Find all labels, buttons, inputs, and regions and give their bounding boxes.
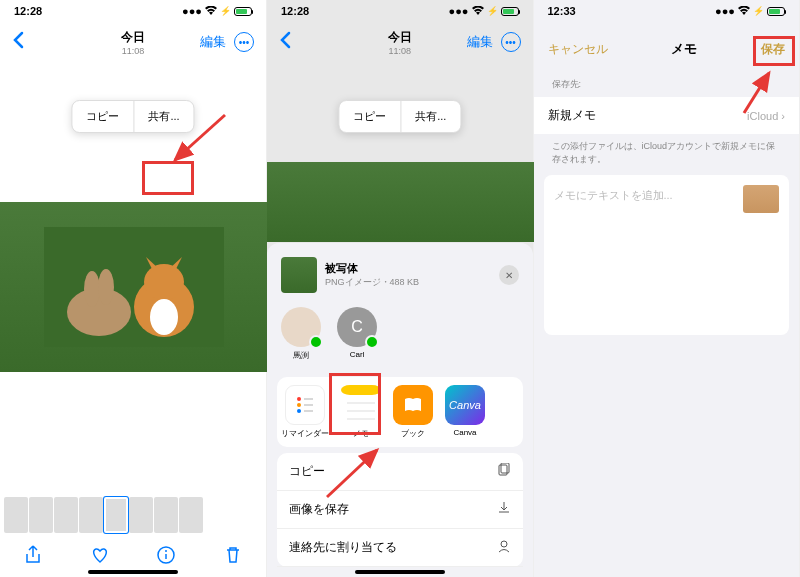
thumb[interactable] — [29, 497, 53, 533]
close-button[interactable]: ✕ — [499, 265, 519, 285]
heart-icon[interactable] — [90, 545, 110, 569]
status-time: 12:28 — [281, 5, 309, 17]
sheet-thumbnail — [281, 257, 317, 293]
battery-icon — [234, 7, 252, 16]
action-copy[interactable]: コピー — [277, 453, 523, 491]
nav-bar: 今日 11:08 編集 ••• — [0, 22, 266, 62]
thumbnail-strip[interactable] — [0, 497, 266, 533]
svg-point-9 — [297, 397, 301, 401]
signal-icon: ●●● — [182, 5, 202, 17]
svg-point-5 — [144, 264, 184, 300]
highlight-save — [753, 36, 795, 66]
dest-label: 新規メモ — [548, 107, 596, 124]
main-photo[interactable] — [0, 202, 267, 372]
more-button[interactable]: ••• — [234, 32, 254, 52]
thumb[interactable] — [54, 497, 78, 533]
svg-point-16 — [501, 541, 507, 547]
action-label: 画像を保存 — [289, 501, 349, 518]
thumb[interactable] — [154, 497, 178, 533]
svg-point-8 — [165, 550, 167, 552]
contact-name: 馬渕 — [281, 350, 321, 361]
thumb-selected[interactable] — [104, 497, 128, 533]
app-books[interactable]: ブック — [393, 385, 433, 439]
wifi-icon — [472, 5, 484, 17]
action-label: 連絡先に割り当てる — [289, 539, 397, 556]
sheet-title: 被写体 — [325, 261, 419, 276]
contact-icon — [497, 539, 511, 556]
app-reminders[interactable]: リマインダー — [281, 385, 329, 439]
memo-note-text: この添付ファイルは、iCloudアカウントで新規メモに保存されます。 — [534, 134, 800, 175]
copy-option[interactable]: コピー — [72, 101, 133, 132]
app-label: リマインダー — [281, 428, 329, 439]
photo-peek — [267, 162, 534, 242]
app-label: Canva — [445, 428, 485, 437]
thumb[interactable] — [129, 497, 153, 533]
action-save-image[interactable]: 画像を保存 — [277, 491, 523, 529]
thumb[interactable] — [4, 497, 28, 533]
contact-item[interactable]: 馬渕 — [281, 307, 321, 361]
edit-button[interactable]: 編集 — [467, 33, 493, 51]
arrow-to-save — [739, 68, 779, 118]
battery-icon — [767, 7, 785, 16]
wifi-icon — [205, 5, 217, 17]
cancel-button[interactable]: キャンセル — [548, 41, 608, 58]
contact-item[interactable]: C Carl — [337, 307, 377, 361]
share-sheet: 被写体 PNGイメージ・488 KB ✕ 馬渕 C Carl リマインダー メモ — [267, 243, 533, 577]
status-time: 12:33 — [548, 5, 576, 17]
signal-icon: ●●● — [715, 5, 735, 17]
battery-icon — [501, 7, 519, 16]
action-assign-contact[interactable]: 連絡先に割り当てる — [277, 529, 523, 567]
screen-share-sheet: 12:28 ●●● ⚡ 今日 11:08 編集 ••• コピー 共有... — [267, 0, 534, 577]
context-popover: コピー 共有... — [338, 100, 461, 133]
nav-subtitle: 11:08 — [121, 46, 145, 56]
contact-name: Carl — [337, 350, 377, 359]
copy-option[interactable]: コピー — [339, 101, 400, 132]
back-button[interactable] — [12, 31, 24, 54]
avatar: C — [337, 307, 377, 347]
edit-button[interactable]: 編集 — [200, 33, 226, 51]
svg-point-2 — [84, 271, 100, 307]
charging-icon: ⚡ — [487, 6, 498, 16]
info-icon[interactable] — [156, 545, 176, 569]
avatar — [281, 307, 321, 347]
highlight-notes-app — [329, 373, 381, 435]
screen-memo-save: 12:33 ●●● ⚡ キャンセル メモ 保存 保存先: 新規メモ iCloud… — [534, 0, 801, 577]
app-label: ブック — [393, 428, 433, 439]
line-badge-icon — [309, 335, 323, 349]
back-button[interactable] — [279, 31, 291, 54]
more-button[interactable]: ••• — [501, 32, 521, 52]
svg-rect-0 — [44, 227, 224, 347]
status-time: 12:28 — [14, 5, 42, 17]
charging-icon: ⚡ — [753, 6, 764, 16]
app-canva[interactable]: Canva Canva — [445, 385, 485, 439]
action-label: コピー — [289, 463, 325, 480]
wifi-icon — [738, 5, 750, 17]
status-bar: 12:28 ●●● ⚡ — [0, 0, 266, 22]
memo-body[interactable]: メモにテキストを追加... — [544, 175, 790, 335]
charging-icon: ⚡ — [220, 6, 231, 16]
nav-bar: 今日 11:08 編集 ••• — [267, 22, 533, 62]
thumb[interactable] — [179, 497, 203, 533]
status-bar: 12:33 ●●● ⚡ — [534, 0, 800, 22]
home-indicator[interactable] — [88, 570, 178, 574]
screen-photo-detail: 12:28 ●●● ⚡ 今日 11:08 編集 ••• コピー 共有... — [0, 0, 267, 577]
memo-title: メモ — [671, 40, 697, 58]
trash-icon[interactable] — [223, 545, 243, 569]
svg-point-10 — [297, 403, 301, 407]
nav-title: 今日 — [121, 29, 145, 46]
nav-title: 今日 — [388, 29, 412, 46]
line-badge-icon — [365, 335, 379, 349]
signal-icon: ●●● — [449, 5, 469, 17]
status-bar: 12:28 ●●● ⚡ — [267, 0, 533, 22]
svg-point-6 — [150, 299, 178, 335]
svg-point-11 — [297, 409, 301, 413]
home-indicator[interactable] — [355, 570, 445, 574]
memo-attachment-thumb — [743, 185, 779, 213]
arrow-to-share — [165, 110, 235, 170]
share-option[interactable]: 共有... — [401, 101, 460, 132]
arrow-to-notes — [322, 442, 392, 502]
nav-subtitle: 11:08 — [388, 46, 412, 56]
share-icon[interactable] — [23, 545, 43, 569]
thumb[interactable] — [79, 497, 103, 533]
download-icon — [497, 501, 511, 518]
